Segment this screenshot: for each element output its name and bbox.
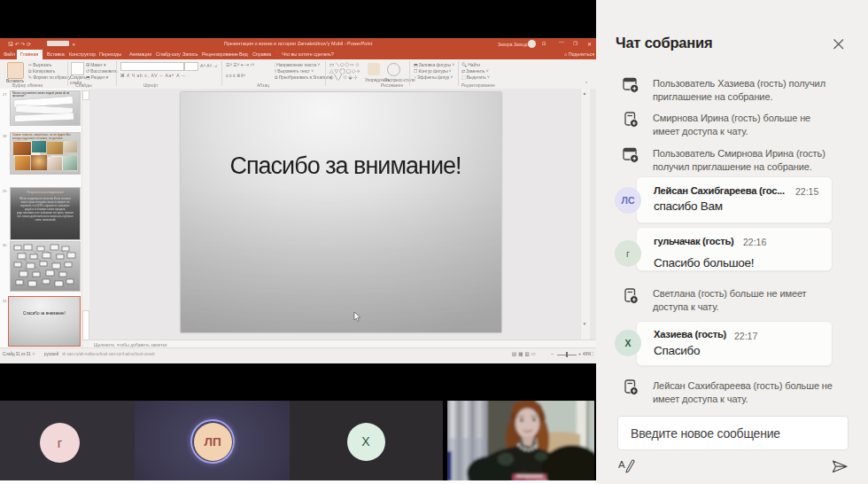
svg-text:A: A — [618, 459, 625, 470]
